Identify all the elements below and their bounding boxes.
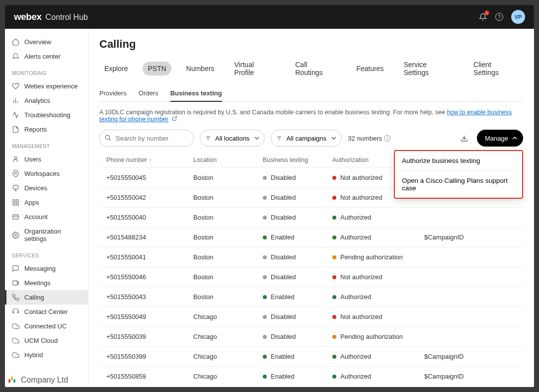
sidebar-item-webex-experience[interactable]: Webex experience	[5, 79, 88, 93]
tabs: ExplorePSTNNumbersVirtual ProfileCall Ro…	[99, 58, 523, 79]
table-row[interactable]: +5015550039ChicagoDisabledPending author…	[99, 326, 523, 346]
sidebar-item-connected-uc[interactable]: Connected UC	[5, 319, 88, 333]
cell-campaign: $CampaignID	[424, 234, 516, 241]
status-dot-icon	[332, 335, 336, 339]
sidebar-item-apps[interactable]: Apps	[5, 195, 88, 210]
svg-point-4	[15, 172, 17, 174]
tab-client-settings[interactable]: Client Settings	[468, 58, 523, 79]
info-icon[interactable]: i	[384, 135, 390, 142]
svg-rect-10	[16, 203, 18, 205]
sidebar-item-ucm-cloud[interactable]: UCM Cloud	[5, 333, 88, 348]
sidebar-item-alerts-center[interactable]: Alerts center	[5, 49, 88, 64]
svg-point-14	[15, 234, 17, 236]
status-dot-icon	[332, 235, 336, 239]
avatar[interactable]: VP	[511, 10, 525, 24]
sidebar-item-overview[interactable]: Overview	[5, 35, 88, 49]
cell-business-texting: Enabled	[263, 293, 332, 301]
subtab-business-texting[interactable]: Business texting	[170, 86, 222, 102]
table-row[interactable]: +5015550399ChicagoEnabledAuthorized$Camp…	[99, 346, 523, 366]
sidebar-item-label: Calling	[24, 294, 44, 301]
filter-locations[interactable]: All locations	[200, 130, 265, 147]
col-location[interactable]: Location	[193, 157, 263, 163]
svg-rect-8	[13, 200, 15, 202]
pin-icon	[12, 170, 19, 177]
tab-explore[interactable]: Explore	[99, 62, 133, 76]
sidebar-item-analytics[interactable]: Analytics	[5, 93, 88, 108]
tab-numbers[interactable]: Numbers	[181, 62, 220, 76]
status-dot-icon	[332, 196, 336, 200]
col-phone[interactable]: Phone number↑	[106, 157, 193, 163]
sidebar-item-calling[interactable]: Calling	[5, 290, 88, 305]
cell-phone: +5015550041	[106, 253, 193, 261]
table-row[interactable]: +5015554392ChicagoDisabledAuthorized$Cam…	[99, 386, 523, 387]
manage-menu: Authorize business texting Open a Cisco …	[394, 150, 523, 199]
menu-authorize[interactable]: Authorize business texting	[395, 151, 522, 170]
bars-icon	[12, 97, 19, 104]
sidebar-item-users[interactable]: Users	[5, 152, 88, 166]
subtab-orders[interactable]: Orders	[139, 86, 158, 101]
headset-icon	[12, 308, 19, 315]
status-dot-icon	[263, 196, 267, 200]
table-row[interactable]: +5015488234BostonEnabledAuthorized$Campa…	[99, 227, 523, 247]
cell-authorization: Authorized	[332, 214, 424, 221]
status-dot-icon	[332, 315, 336, 319]
sidebar-item-label: Troubleshooting	[24, 111, 71, 119]
sidebar-item-label: Hybrid	[24, 351, 43, 359]
tab-call-routings[interactable]: Call Routings	[290, 58, 341, 79]
sidebar-item-label: Devices	[24, 184, 47, 192]
subtab-providers[interactable]: Providers	[99, 86, 127, 101]
filter-campaigns[interactable]: All campaigns	[271, 130, 342, 147]
tab-features[interactable]: Features	[351, 62, 388, 76]
svg-marker-16	[17, 281, 19, 284]
cell-authorization: Authorized	[332, 373, 424, 380]
table-row[interactable]: +5015550046BostonDisabledNot authorized	[99, 267, 523, 287]
svg-point-18	[105, 135, 109, 139]
cell-phone: +5015550045	[106, 174, 193, 181]
status-dot-icon	[263, 235, 267, 239]
search-input[interactable]	[99, 130, 194, 147]
table-row[interactable]: +5015550049ChicagoDisabledNot authorized	[99, 307, 523, 326]
tab-pstn[interactable]: PSTN	[143, 62, 171, 76]
cell-campaign: $CampaignID	[424, 373, 516, 380]
table-row[interactable]: +5015550041BostonDisabledPending authori…	[99, 247, 523, 267]
status-dot-icon	[332, 355, 336, 359]
col-business-texting[interactable]: Business texting	[263, 157, 332, 163]
tab-virtual-profile[interactable]: Virtual Profile	[230, 58, 281, 79]
filter-icon	[276, 135, 282, 141]
cell-phone: +5015550399	[106, 353, 193, 360]
cell-phone: +5015550040	[106, 214, 193, 221]
cell-phone: +5015550859	[106, 373, 193, 380]
menu-open-support-case[interactable]: Open a Cisco Calling Plans support case	[395, 171, 522, 198]
sidebar-item-workspaces[interactable]: Workspaces	[5, 166, 88, 181]
org-footer[interactable]: Company Ltd	[7, 375, 68, 385]
cell-business-texting: Disabled	[263, 313, 332, 320]
cell-phone: +5015550046	[106, 273, 193, 281]
sidebar-item-label: Reports	[24, 126, 47, 133]
status-dot-icon	[263, 275, 267, 279]
sidebar-item-reports[interactable]: Reports	[5, 122, 88, 137]
cell-location: Chicago	[193, 373, 263, 380]
sidebar-item-troubleshooting[interactable]: Troubleshooting	[5, 108, 88, 122]
sidebar-item-contact-center[interactable]: Contact Center	[5, 305, 88, 319]
chevron-down-icon	[254, 137, 259, 140]
cell-business-texting: Disabled	[263, 273, 332, 281]
sidebar-item-meetings[interactable]: Meetings	[5, 276, 88, 290]
tab-service-settings[interactable]: Service Settings	[398, 58, 459, 79]
download-button[interactable]	[461, 135, 468, 142]
manage-button[interactable]: Manage	[477, 130, 523, 147]
notifications-button[interactable]: 1	[478, 12, 487, 21]
sidebar-item-devices[interactable]: Devices	[5, 181, 88, 195]
sidebar-item-account[interactable]: Account	[5, 210, 88, 224]
cell-authorization: Pending authorization	[332, 333, 424, 340]
sidebar-item-label: UCM Cloud	[24, 337, 58, 344]
status-dot-icon	[263, 335, 267, 339]
sidebar-item-messaging[interactable]: Messaging	[5, 261, 88, 276]
table-row[interactable]: +5015550040BostonDisabledAuthorized	[99, 207, 523, 227]
table-row[interactable]: +5015550859ChicagoEnabledAuthorized$Camp…	[99, 366, 523, 386]
page-title: Calling	[99, 38, 523, 51]
table-row[interactable]: +5015550043BostonEnabledAuthorized	[99, 287, 523, 307]
sidebar-item-hybrid[interactable]: Hybrid	[5, 348, 88, 362]
sidebar-item-label: Organization settings	[24, 228, 81, 242]
help-button[interactable]: ?	[495, 13, 503, 21]
sidebar-item-organization-settings[interactable]: Organization settings	[5, 224, 88, 246]
